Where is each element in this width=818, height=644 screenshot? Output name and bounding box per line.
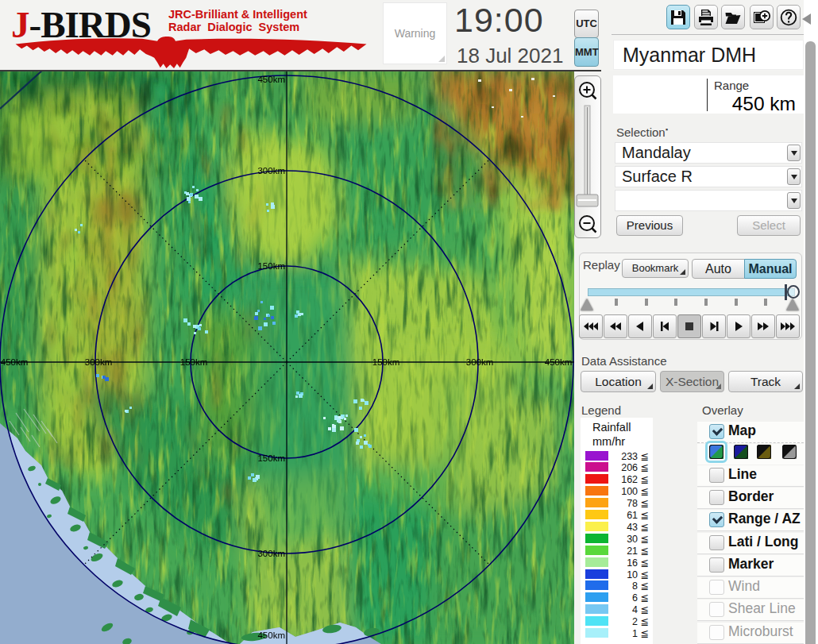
svg-text:300km: 300km: [257, 549, 285, 558]
svg-text:150km: 150km: [372, 357, 400, 367]
svg-text:150km: 150km: [257, 261, 285, 271]
svg-text:450km: 450km: [1, 357, 29, 367]
svg-text:150km: 150km: [257, 453, 285, 463]
svg-text:300km: 300km: [257, 166, 285, 175]
svg-text:150km: 150km: [180, 357, 208, 367]
svg-text:300km: 300km: [466, 357, 494, 367]
svg-text:450km: 450km: [257, 631, 285, 640]
svg-text:450km: 450km: [257, 75, 285, 84]
svg-text:450km: 450km: [545, 357, 573, 367]
svg-text:300km: 300km: [85, 357, 113, 367]
